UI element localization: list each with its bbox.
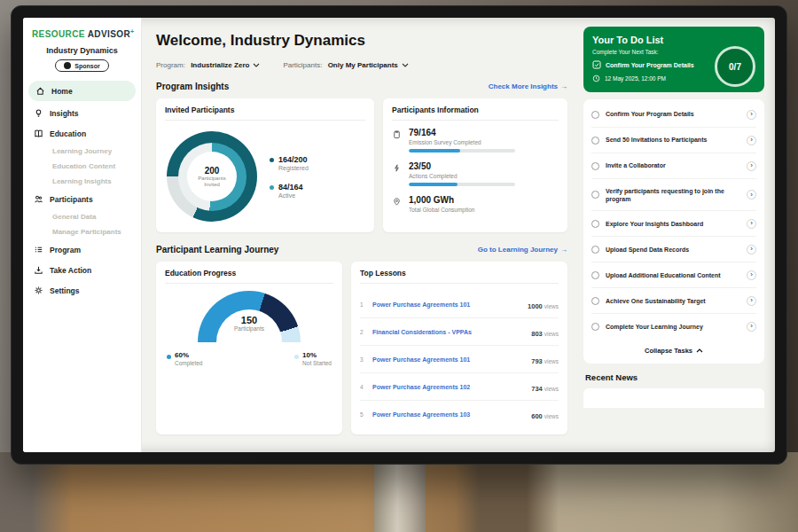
link-label: Go to Learning Journey xyxy=(478,246,558,254)
sponsor-badge[interactable]: Sponsor xyxy=(55,59,108,72)
sidebar-item-learning-insights[interactable]: Learning Insights xyxy=(23,174,141,189)
task-checkbox[interactable] xyxy=(591,271,599,279)
chevron-right-icon[interactable]: › xyxy=(747,270,756,280)
legend-label: Registered xyxy=(278,165,309,171)
filters-bar: Program: Industrialize Zero Participants… xyxy=(156,61,567,69)
sidebar-item-general-data[interactable]: General Data xyxy=(23,209,141,224)
legend-dot xyxy=(167,355,171,359)
sidebar-item-label: General Data xyxy=(52,213,96,221)
participants-select-value: Only My Participants xyxy=(328,61,398,69)
location-pin-icon xyxy=(392,197,402,207)
task-row-achieve-sustainability-target[interactable]: Achieve One Sustainability Target › xyxy=(591,288,756,314)
sidebar-item-education-content[interactable]: Education Content xyxy=(23,159,141,174)
todo-next-task[interactable]: Confirm Your Program Details xyxy=(592,60,715,69)
task-checkbox[interactable] xyxy=(591,297,599,305)
chevron-right-icon[interactable]: › xyxy=(747,245,756,254)
go-to-learning-journey-link[interactable]: Go to Learning Journey → xyxy=(478,246,567,254)
learning-journey-cards: Education Progress 150 Participants 60% … xyxy=(156,262,567,434)
check-more-insights-link[interactable]: Check More Insights → xyxy=(489,82,567,90)
clipboard-icon xyxy=(392,129,402,139)
sponsor-badge-label: Sponsor xyxy=(74,63,99,69)
lesson-views-label: views xyxy=(544,413,559,419)
task-checkbox[interactable] xyxy=(591,246,599,254)
lesson-title-link[interactable]: Power Purchase Agreements 101 xyxy=(372,356,526,363)
chevron-right-icon[interactable]: › xyxy=(747,296,756,306)
todo-due-label: 12 May 2025, 12:00 PM xyxy=(605,75,666,82)
task-row-send-invitations[interactable]: Send 50 Invitations to Participants › xyxy=(591,128,756,153)
lesson-title-link[interactable]: Power Purchase Agreements 101 xyxy=(372,301,522,308)
sidebar-item-take-action[interactable]: Take Action xyxy=(23,260,141,280)
chevron-right-icon[interactable]: › xyxy=(747,110,756,120)
sponsor-icon xyxy=(64,62,71,69)
chevron-right-icon[interactable]: › xyxy=(747,190,756,200)
task-label: Complete Your Learning Journey xyxy=(606,323,740,331)
legend-item-registered: 164/200 Registered xyxy=(270,155,309,171)
task-checkbox[interactable] xyxy=(591,323,599,331)
arrow-right-icon: → xyxy=(560,82,567,90)
lesson-views: 600 xyxy=(531,412,543,420)
task-row-upload-educational-content[interactable]: Upload Additional Educational Content › xyxy=(591,262,756,288)
monitor-stand xyxy=(374,463,426,532)
task-checkbox[interactable] xyxy=(591,191,599,199)
lesson-title-link[interactable]: Power Purchase Agreements 102 xyxy=(372,384,526,390)
task-row-explore-insights[interactable]: Explore Your Insights Dashboard › xyxy=(591,211,756,237)
task-row-invite-collaborator[interactable]: Invite a Collaborator › xyxy=(591,153,756,179)
task-checkbox[interactable] xyxy=(591,137,599,145)
sidebar-item-learning-journey[interactable]: Learning Journey xyxy=(23,144,141,159)
lesson-row: 4 Power Purchase Agreements 102 734views xyxy=(360,373,559,401)
stat-value: 79/164 xyxy=(409,128,515,137)
task-row-confirm-program[interactable]: Confirm Your Program Details › xyxy=(591,102,756,128)
chevron-right-icon[interactable]: › xyxy=(747,219,756,229)
lesson-rank: 4 xyxy=(360,384,367,390)
sidebar-item-settings[interactable]: Settings xyxy=(23,280,141,301)
chevron-right-icon[interactable]: › xyxy=(747,322,756,332)
chevron-right-icon[interactable]: › xyxy=(747,136,756,145)
lesson-views: 1000 xyxy=(528,302,543,310)
stat-value: 1,000 GWh xyxy=(409,195,474,205)
sidebar-item-label: Learning Insights xyxy=(52,177,112,185)
lesson-views-label: views xyxy=(544,358,559,364)
checkbox-icon xyxy=(592,60,601,69)
program-select[interactable]: Industrialize Zero xyxy=(191,61,260,69)
sidebar: RESOURCE ADVISOR+ Industry Dynamics Spon… xyxy=(23,18,142,452)
todo-due-row: 12 May 2025, 12:00 PM xyxy=(592,74,715,84)
gauge-center-label: Participants xyxy=(198,325,301,332)
participants-filter: Participants: Only My Participants xyxy=(283,61,408,69)
home-icon xyxy=(35,86,45,96)
task-label: Send 50 Invitations to Participants xyxy=(606,136,740,144)
stat-label: Emission Survey Completed xyxy=(409,139,515,145)
section-title: Program Insights xyxy=(156,82,229,91)
legend-item-active: 84/164 Active xyxy=(270,183,309,199)
recent-news-card xyxy=(583,388,764,408)
task-row-verify-participants[interactable]: Verify participants requesting to join t… xyxy=(591,179,756,211)
task-row-upload-spend-data[interactable]: Upload Spend Data Records › xyxy=(591,237,756,262)
card-title: Participants Information xyxy=(392,106,559,121)
program-filter: Program: Industrialize Zero xyxy=(156,61,260,69)
lesson-title-link[interactable]: Financial Considerations - VPPAs xyxy=(372,329,526,335)
task-label: Invite a Collaborator xyxy=(606,161,740,169)
gauge-center: 150 Participants xyxy=(198,315,301,332)
lesson-views-label: views xyxy=(544,303,559,309)
sidebar-item-manage-participants[interactable]: Manage Participants xyxy=(23,224,141,239)
sidebar-item-program[interactable]: Program xyxy=(23,239,141,260)
task-row-complete-learning-journey[interactable]: Complete Your Learning Journey › xyxy=(591,314,756,339)
sidebar-item-education[interactable]: Education xyxy=(23,123,141,144)
sidebar-nav: Home Insights Education Learning Journey… xyxy=(23,81,141,301)
chevron-right-icon[interactable]: › xyxy=(747,161,756,171)
chevron-down-icon xyxy=(253,63,260,67)
task-label: Achieve One Sustainability Target xyxy=(606,297,740,305)
collapse-tasks-link[interactable]: Collapse Tasks xyxy=(591,339,756,361)
lesson-title-link[interactable]: Power Purchase Agreements 103 xyxy=(372,411,526,418)
legend-item-not-started: 10% Not Started xyxy=(294,351,332,366)
participants-select[interactable]: Only My Participants xyxy=(328,61,409,69)
top-lessons-card: Top Lessons 1 Power Purchase Agreements … xyxy=(351,262,567,434)
arrow-right-icon: → xyxy=(560,246,567,254)
sidebar-item-insights[interactable]: Insights xyxy=(23,103,141,123)
task-checkbox[interactable] xyxy=(591,111,599,119)
task-checkbox[interactable] xyxy=(591,162,599,170)
page-title: Welcome, Industry Dynamics xyxy=(156,32,567,50)
sidebar-item-participants[interactable]: Participants xyxy=(23,189,141,209)
section-title: Participant Learning Journey xyxy=(156,245,278,254)
task-checkbox[interactable] xyxy=(591,220,599,228)
sidebar-item-home[interactable]: Home xyxy=(28,81,136,101)
